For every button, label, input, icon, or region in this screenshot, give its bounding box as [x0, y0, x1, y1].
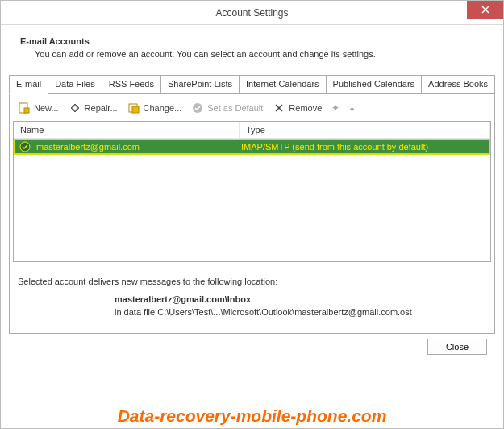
tab-address-books[interactable]: Address Books: [421, 75, 495, 93]
repair-icon: [69, 102, 81, 115]
repair-button[interactable]: Repair...: [65, 100, 121, 116]
new-label: New...: [34, 103, 59, 113]
tab-strip: E-mail Data Files RSS Feeds SharePoint L…: [9, 75, 495, 94]
footer-info: Selected account delivers new messages t…: [13, 262, 491, 330]
account-list: Name Type masteralbertz@gmail.com IMAP/S…: [13, 121, 491, 262]
check-icon: [191, 102, 204, 115]
change-label: Change...: [144, 103, 182, 113]
set-default-button: Set as Default: [188, 100, 266, 116]
repair-label: Repair...: [85, 103, 118, 113]
tab-sharepoint-lists[interactable]: SharePoint Lists: [160, 75, 240, 93]
header-title: E-mail Accounts: [20, 36, 489, 46]
remove-label: Remove: [289, 103, 322, 113]
default-check-icon: [19, 140, 31, 153]
close-button[interactable]: Close: [427, 339, 487, 355]
toolbar: New... Repair... Change... Set as Defaul…: [13, 98, 491, 121]
watermark: Data-recovery-mobile-phone.com: [118, 406, 387, 426]
svg-rect-1: [24, 108, 29, 113]
window-title: Account Settings: [215, 7, 288, 19]
set-default-label: Set as Default: [207, 103, 263, 113]
close-icon: [481, 6, 489, 14]
account-row[interactable]: masteralbertz@gmail.com IMAP/SMTP (send …: [14, 139, 490, 155]
svg-rect-4: [132, 106, 139, 113]
column-header-type[interactable]: Type: [240, 122, 490, 138]
column-header-name[interactable]: Name: [14, 122, 240, 138]
tab-panel: New... Repair... Change... Set as Defaul…: [9, 94, 495, 334]
footer-location: masteralbertz@gmail.com\Inbox: [18, 294, 486, 304]
new-button[interactable]: New...: [15, 100, 62, 116]
header-description: You can add or remove an account. You ca…: [20, 49, 489, 59]
titlebar: Account Settings: [1, 1, 503, 25]
move-down-button: ⬥: [346, 102, 358, 114]
list-header: Name Type: [14, 122, 490, 139]
account-name: masteralbertz@gmail.com: [35, 142, 241, 152]
new-icon: [18, 102, 31, 115]
tab-email[interactable]: E-mail: [9, 75, 48, 94]
change-button[interactable]: Change...: [124, 100, 185, 116]
tab-internet-calendars[interactable]: Internet Calendars: [239, 75, 327, 93]
remove-icon: [273, 102, 285, 115]
footer-intro: Selected account delivers new messages t…: [18, 277, 486, 286]
remove-button[interactable]: Remove: [269, 100, 325, 116]
tab-published-calendars[interactable]: Published Calendars: [326, 75, 423, 93]
move-up-button: ✦: [328, 102, 343, 114]
tab-data-files[interactable]: Data Files: [48, 75, 102, 93]
footer-datafile: in data file C:\Users\Test\...\Microsoft…: [18, 307, 486, 317]
account-type: IMAP/SMTP (send from this account by def…: [241, 142, 489, 152]
header-section: E-mail Accounts You can add or remove an…: [1, 25, 503, 75]
change-icon: [127, 102, 140, 115]
svg-point-2: [73, 106, 77, 110]
window-close-button[interactable]: [467, 1, 503, 19]
tab-rss-feeds[interactable]: RSS Feeds: [102, 75, 161, 93]
